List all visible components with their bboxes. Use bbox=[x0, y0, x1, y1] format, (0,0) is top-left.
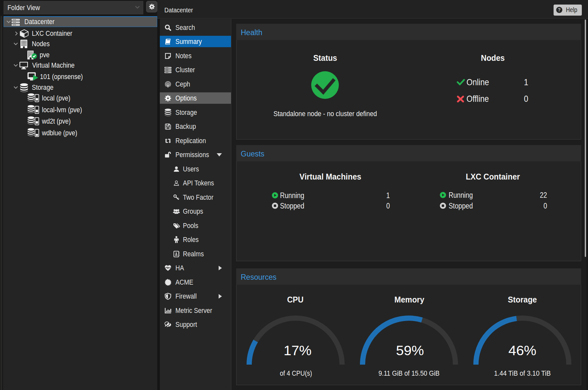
svg-text:?: ? bbox=[558, 7, 560, 12]
